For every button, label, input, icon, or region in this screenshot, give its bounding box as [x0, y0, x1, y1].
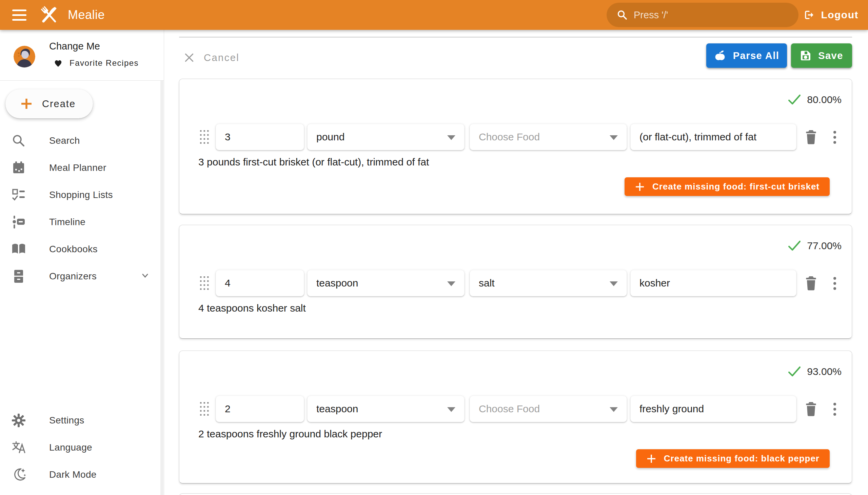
note-input[interactable]: [630, 270, 797, 296]
quantity-input[interactable]: [216, 270, 304, 296]
parse-all-label: Parse All: [733, 50, 780, 62]
search-placeholder: Press '/': [634, 10, 668, 21]
check-icon: [788, 94, 801, 105]
sidebar-item-settings[interactable]: Settings: [0, 407, 164, 434]
delete-button[interactable]: [804, 130, 818, 145]
checklist-icon: [11, 187, 26, 202]
quantity-input[interactable]: [216, 396, 304, 422]
sidebar-item-shopping-lists[interactable]: Shopping Lists: [0, 182, 164, 208]
sidebar-item-organizers[interactable]: Organizers: [0, 263, 164, 290]
more-options-button[interactable]: [829, 130, 840, 145]
sidebar-item-label: Shopping Lists: [49, 189, 113, 200]
ingredient-editor-row: teaspoon Choose Food: [180, 396, 852, 422]
sidebar-item-label: Dark Mode: [49, 469, 97, 480]
menu-icon-bar: [12, 10, 27, 11]
trash-icon: [805, 402, 817, 416]
confidence-value: 77.00%: [807, 240, 841, 252]
cancel-button[interactable]: Cancel: [184, 48, 239, 67]
sidebar-nav: Search Meal Planner: [0, 127, 164, 290]
app-title: Mealie: [68, 8, 105, 22]
drag-handle[interactable]: [200, 276, 209, 290]
confidence-value: 93.00%: [807, 366, 841, 377]
sidebar-item-label: Language: [49, 442, 92, 453]
search-icon: [617, 10, 628, 20]
ingredient-card-partial: [179, 493, 852, 495]
favorite-recipes-link[interactable]: Favorite Recipes: [54, 58, 139, 68]
parse-all-button[interactable]: Parse All: [706, 44, 787, 68]
trash-icon: [805, 130, 817, 144]
timeline-icon: [11, 215, 26, 229]
file-cabinet-icon: [11, 269, 26, 284]
food-placeholder: Choose Food: [479, 131, 540, 143]
food-select[interactable]: salt: [470, 270, 627, 296]
search-input[interactable]: Press '/': [607, 3, 799, 27]
menu-icon-bar: [12, 19, 27, 21]
favorite-recipes-label: Favorite Recipes: [69, 58, 139, 68]
delete-button[interactable]: [804, 402, 818, 417]
menu-down-icon: [610, 407, 618, 412]
food-select[interactable]: Choose Food: [470, 396, 627, 422]
sidebar: Change Me Favorite Recipes Create Search: [0, 30, 164, 495]
logout-label: Logout: [821, 9, 858, 21]
unit-select[interactable]: pound: [307, 124, 464, 150]
ingredient-parser-main: Cancel Parse All Save 80.00%: [164, 30, 868, 495]
sidebar-item-timeline[interactable]: Timeline: [0, 208, 164, 236]
sidebar-item-search[interactable]: Search: [0, 127, 164, 154]
confidence-value: 80.00%: [807, 94, 841, 105]
menu-button[interactable]: [12, 10, 27, 21]
original-ingredient-text: 2 teaspoons freshly ground black pepper: [198, 428, 382, 440]
create-missing-food-button[interactable]: Create missing food: black pepper: [636, 449, 830, 468]
close-icon: [184, 52, 195, 63]
unit-select[interactable]: teaspoon: [307, 270, 464, 296]
content-divider: [179, 37, 852, 38]
create-button[interactable]: Create: [5, 89, 93, 118]
sidebar-item-label: Organizers: [49, 271, 97, 282]
ingredient-editor-row: pound Choose Food: [180, 124, 852, 150]
drag-handle[interactable]: [200, 402, 209, 416]
gear-icon: [11, 413, 26, 428]
menu-down-icon: [610, 135, 618, 140]
logout-button[interactable]: Logout: [801, 0, 861, 30]
sidebar-item-language[interactable]: Language: [0, 434, 164, 461]
save-button[interactable]: Save: [791, 44, 852, 68]
sidebar-item-dark-mode[interactable]: Dark Mode: [0, 461, 164, 488]
create-missing-food-button[interactable]: Create missing food: first-cut brisket: [625, 177, 830, 196]
sidebar-scrollbar[interactable]: [160, 81, 164, 495]
note-input[interactable]: [630, 124, 797, 150]
sidebar-item-meal-planner[interactable]: Meal Planner: [0, 154, 164, 182]
logout-icon: [803, 9, 815, 21]
delete-button[interactable]: [804, 276, 818, 291]
food-value: salt: [479, 277, 495, 289]
food-placeholder: Choose Food: [479, 403, 540, 415]
menu-icon-bar: [12, 14, 27, 16]
apple-icon: [714, 50, 726, 62]
sidebar-item-label: Search: [49, 135, 80, 146]
sidebar-item-cookbooks[interactable]: Cookbooks: [0, 236, 164, 263]
more-options-button[interactable]: [829, 402, 840, 417]
original-ingredient-text: 3 pounds first-cut brisket (or flat-cut)…: [198, 156, 429, 168]
plus-icon: [635, 182, 645, 192]
book-icon: [11, 242, 26, 257]
menu-down-icon: [447, 407, 455, 412]
create-missing-food-label: Create missing food: first-cut brisket: [652, 182, 819, 192]
ingredient-editor-row: teaspoon salt: [180, 270, 852, 296]
check-icon: [788, 240, 801, 252]
menu-down-icon: [610, 281, 618, 286]
food-select[interactable]: Choose Food: [470, 124, 627, 150]
drag-handle[interactable]: [200, 130, 209, 144]
more-options-button[interactable]: [829, 276, 840, 291]
confidence-indicator: 77.00%: [788, 240, 841, 252]
ingredient-card: 80.00% pound Choose Food: [179, 79, 852, 214]
trash-icon: [805, 276, 817, 291]
quantity-input[interactable]: [216, 124, 304, 150]
unit-select[interactable]: teaspoon: [307, 396, 464, 422]
note-input[interactable]: [630, 396, 797, 422]
chevron-down-icon: [140, 271, 150, 282]
create-button-label: Create: [42, 98, 75, 109]
confidence-indicator: 80.00%: [788, 94, 841, 105]
sidebar-footer: Settings Language: [0, 407, 164, 488]
sidebar-item-label: Settings: [49, 415, 84, 426]
original-ingredient-text: 4 teaspoons kosher salt: [198, 303, 306, 314]
translate-icon: [11, 440, 26, 455]
sidebar-item-label: Meal Planner: [49, 163, 106, 173]
